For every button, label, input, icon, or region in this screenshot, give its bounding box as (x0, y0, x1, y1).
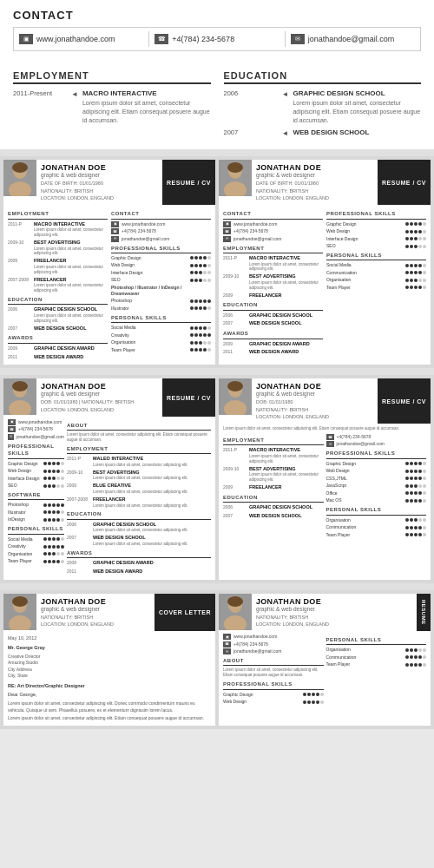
contact-heading: CONTACT (13, 9, 421, 22)
skill-wd: Web Design (111, 262, 211, 268)
contact-info-bar: ▣ www.jonathandoe.com ☎ +4(784) 234-5678… (13, 27, 421, 51)
cards-grid-row2: JONATHAN DOE graphic & web designer DOB:… (0, 375, 434, 582)
cover-photo (3, 594, 36, 630)
cards-grid-row1: JONATHAN DOE graphic & web designer DATE… (0, 156, 434, 368)
card-body-3: ▣ www.jonathandoe.com ☎ +4(784) 234-5678… (3, 417, 215, 580)
card3-phone-icon: ☎ (8, 426, 16, 432)
card4-email-icon: ✉ (326, 441, 334, 447)
resume-mini-name-block: JONATHAN DOE graphic & web designer NATI… (252, 594, 417, 632)
contact-website: ▣ www.jonathandoe.com (19, 34, 143, 44)
card-left-4: EMPLOYMENT 2011-P MACRO INTERACTIVE Lore… (223, 434, 324, 539)
skill-id: Interface Design (111, 270, 211, 276)
card-photo-2 (219, 160, 252, 196)
card-award-1: 2009 GRAPHIC DESIGN AWARD (8, 345, 108, 352)
card-right-col-2: PROFESSIONAL SKILLS Graphic Design Web D… (326, 207, 426, 358)
skill-tp: Team Player (111, 347, 211, 353)
resume-mini-body: ▣ www.jonathandoe.com ☎ +4(784) 234-5678… (219, 631, 431, 708)
card-right-main-3: ABOUT Lorem ipsum dolor sit amet, consec… (67, 419, 211, 577)
card-contact-web: ▣ www.jonathandoe.com (111, 221, 211, 227)
svg-point-22 (227, 596, 243, 607)
card3-web-icon: ▣ (8, 419, 16, 425)
card-right-col-1: CONTACT ▣ www.jonathandoe.com ☎ +4(784) … (111, 207, 211, 362)
contact-divider-1 (148, 31, 149, 47)
card-body-1: EMPLOYMENT 2011-P MACRO INTERACTIVE Lore… (3, 205, 215, 365)
skill-gd: Graphic Design (111, 255, 211, 261)
card-emp-3: 2009 FREELANCER Lorem ipsum dolor sit am… (8, 258, 108, 274)
edu-arrow-icon-1: ◄ (282, 90, 289, 124)
education-title: EDUCATION (224, 70, 422, 84)
skill-seo: SEO (111, 277, 211, 283)
card-body-cols-1: EMPLOYMENT 2011-P MACRO INTERACTIVE Lore… (8, 207, 211, 362)
card-body-cols-2: CONTACT ▣ www.jonathandoe.com ☎ +4(784) … (223, 207, 426, 358)
card-emp-1: 2011-P MACRO INTERACTIVE Lorem ipsum dol… (8, 221, 108, 238)
card-badge-2: RESUME / CV (378, 160, 431, 205)
skill-org: Organisation (111, 339, 211, 345)
resume-card-1: JONATHAN DOE graphic & web designer DATE… (3, 160, 215, 365)
card-body-4: Lorem ipsum dolor sit amet, consectetur … (219, 424, 431, 542)
card-left-narrow-3: ▣ www.jonathandoe.com ☎ +4(784) 234-5678… (8, 419, 64, 577)
cover-letter-card: JONATHAN DOE graphic & web designer NATI… (3, 594, 215, 726)
cover-name-block: JONATHAN DOE graphic & web designer NATI… (36, 594, 155, 632)
resume-card-3: JONATHAN DOE graphic & web designer DOB:… (3, 378, 215, 579)
skill-il: Illustrator (111, 306, 211, 312)
card-email-icon: ✉ (111, 236, 119, 242)
mini-web-icon: ▣ (223, 634, 231, 640)
education-col: EDUCATION 2006 ◄ GRAPHIC DESIGN SCHOOL L… (211, 70, 422, 142)
resume-mini-cols: ▣ www.jonathandoe.com ☎ +4(784) 234-5678… (223, 634, 426, 706)
card-header-2: JONATHAN DOE graphic & web designer DATE… (219, 160, 431, 205)
mini-phone-icon: ☎ (223, 641, 231, 648)
card-photo-1 (3, 160, 36, 196)
separator-2 (0, 368, 434, 375)
card-name-block-3: JONATHAN DOE graphic & web designer DOB:… (36, 378, 162, 417)
separator-1 (0, 149, 434, 156)
employment-col: EMPLOYMENT 2011-Present ◄ MACRO INTERACT… (13, 70, 211, 142)
card-edu-2: 2007 WEB DESIGN SCHOOL (8, 326, 108, 332)
skill-sm: Social Media (111, 325, 211, 331)
card-left-col-1: EMPLOYMENT 2011-P MACRO INTERACTIVE Lore… (8, 207, 108, 362)
bottom-cards-grid: JONATHAN DOE graphic & web designer NATI… (0, 590, 434, 729)
card2-email-icon: ✉ (223, 236, 231, 242)
resume-mini-photo (219, 594, 252, 630)
card-edu-1: 2006 GRAPHIC DESIGN SCHOOL Lorem ipsum d… (8, 306, 108, 323)
card-phone-icon: ☎ (111, 228, 119, 234)
mini-email-icon: ✉ (223, 648, 231, 654)
card-left-col-2: CONTACT ▣ www.jonathandoe.com ☎ +4(784) … (223, 207, 323, 358)
card-web-icon: ▣ (111, 221, 119, 227)
card-body-cols-3: ▣ www.jonathandoe.com ☎ +4(784) 234-5678… (8, 419, 211, 577)
contact-divider-2 (285, 31, 286, 47)
edu-item-2: 2007 ◄ WEB DESIGN SCHOOL (224, 128, 422, 138)
cover-header: JONATHAN DOE graphic & web designer NATI… (3, 594, 215, 632)
svg-point-6 (227, 162, 243, 173)
card-contact-phone: ☎ +4(784) 234-5678 (111, 228, 211, 234)
resume-mini-header: JONATHAN DOE graphic & web designer NATI… (219, 594, 431, 632)
emp-item-1: 2011-Present ◄ MACRO INTERACTIVE Lorem i… (13, 89, 211, 124)
resume-card-2: JONATHAN DOE graphic & web designer DATE… (219, 160, 431, 365)
svg-point-18 (12, 596, 28, 607)
card-contact-email: ✉ jonathandoe@gmail.com (111, 236, 211, 242)
card-photo-4 (219, 378, 252, 415)
resume-mini-left: ▣ www.jonathandoe.com ☎ +4(784) 234-5678… (223, 634, 324, 706)
card-header-3: JONATHAN DOE graphic & web designer DOB:… (3, 378, 215, 417)
contact-email: ✉ jonathandoe@gmail.com (291, 34, 415, 44)
emp-arrow-icon: ◄ (71, 90, 78, 124)
card-header-1: JONATHAN DOE graphic & web designer DATE… (3, 160, 215, 205)
card2-web-icon: ▣ (223, 221, 231, 227)
email-icon: ✉ (291, 34, 305, 44)
card-badge-4: RESUME / CV (378, 378, 431, 424)
emp-edu-section: EMPLOYMENT 2011-Present ◄ MACRO INTERACT… (0, 65, 434, 149)
card-right-4: ☎ +4(784) 234-5678 ✉ jonathandoe@gmail.c… (326, 434, 427, 539)
employment-title: EMPLOYMENT (13, 70, 211, 84)
card-name-block-2: JONATHAN DOE graphic & web designer DATE… (252, 160, 378, 205)
card-name-block-1: JONATHAN DOE graphic & web designer DATE… (36, 160, 162, 205)
skill-cr: Creativity (111, 332, 211, 339)
separator-3 (0, 583, 434, 590)
card2-phone-icon: ☎ (223, 228, 231, 234)
card-name-block-4: JONATHAN DOE graphic & web designer DOB:… (252, 378, 378, 424)
card3-email-icon: ✉ (8, 434, 14, 440)
card-badge-3: RESUME / CV (162, 378, 215, 417)
phone-icon: ☎ (155, 34, 168, 44)
cover-body: May 10, 2012 Mr. George Gray Creative Di… (3, 631, 215, 726)
resume-mini-card: JONATHAN DOE graphic & web designer NATI… (219, 594, 431, 726)
svg-point-10 (12, 381, 28, 391)
resume-card-4: JONATHAN DOE graphic & web designer DOB:… (219, 378, 431, 579)
